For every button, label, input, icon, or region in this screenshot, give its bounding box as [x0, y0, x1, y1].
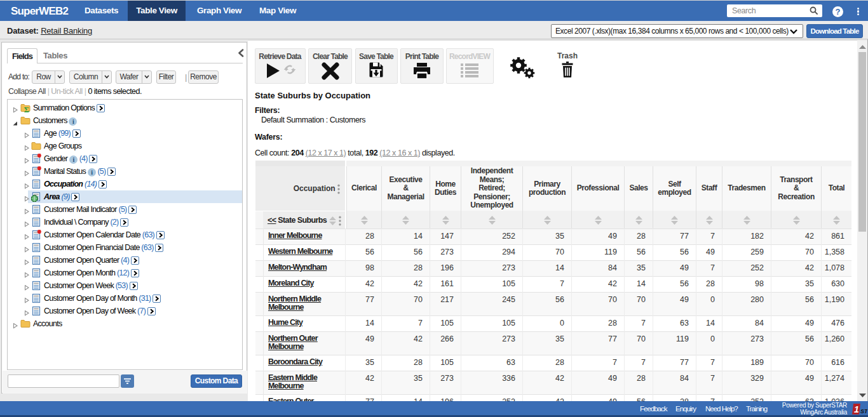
svg-text:Σ: Σ: [24, 105, 29, 114]
svg-text:ST: ST: [860, 408, 867, 414]
svg-text:1: 1: [854, 404, 859, 414]
